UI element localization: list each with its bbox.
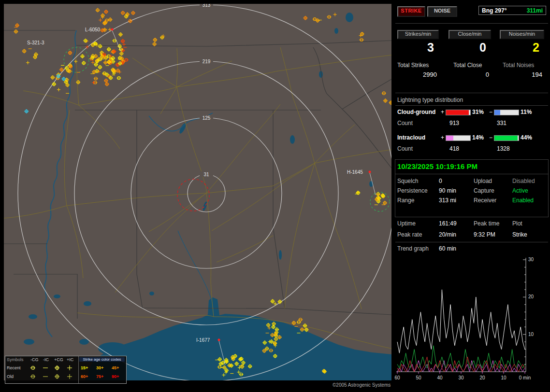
range-value: 313 mi — [439, 197, 456, 204]
cg-plus-recent-icon — [54, 364, 60, 371]
ic-plus-old-icon — [66, 373, 73, 380]
cg-plus-old-icon — [54, 373, 60, 380]
cg-negative-count: 331 — [497, 120, 507, 126]
control-panel: STRIKE NOISE Bng 297° 311mi Strikes/min … — [394, 0, 550, 392]
ic-count-row: Count 418 1328 — [394, 145, 550, 153]
cg-positive-bar — [446, 110, 471, 115]
uptime-label: Uptime — [397, 220, 416, 227]
roads — [4, 46, 391, 349]
trend-graph-label: Trend graph — [397, 245, 429, 252]
total-close-label: Total Close — [453, 62, 482, 69]
age-15: 15+ — [81, 365, 88, 370]
receiver-value: Enabled — [512, 197, 534, 204]
svg-text:20: 20 — [528, 294, 534, 299]
strikes-per-min-value: 3 — [397, 41, 434, 54]
legend-age-title: Strike age color codes — [79, 357, 125, 362]
cloud-ground-row: Cloud-ground + 31% − 11% — [394, 109, 550, 116]
age-45: 45+ — [112, 365, 119, 370]
legend-recent-row: Recent 15+ 30+ 45+ — [5, 364, 126, 373]
age-75: 75+ — [96, 374, 103, 379]
svg-text:20: 20 — [479, 375, 485, 380]
age-60: 60+ — [81, 374, 88, 379]
map-canvas[interactable]: 31321912531 L-6050S-321-3H-1645I-1677 — [4, 4, 391, 380]
peak-rate-value: 20/min — [439, 231, 456, 238]
svg-text:30: 30 — [528, 257, 534, 262]
svg-text:10: 10 — [501, 375, 507, 380]
svg-text:125: 125 — [203, 115, 211, 121]
ic-minus-recent-icon — [42, 364, 49, 371]
cg-positive-count: 913 — [449, 120, 459, 126]
noise-button[interactable]: NOISE — [427, 6, 457, 17]
settings-row-1: Squelch 0 Upload Disabled — [394, 178, 550, 185]
svg-text:30: 30 — [458, 375, 464, 380]
noises-per-min-value: 2 — [500, 41, 539, 54]
intracloud-row: Intracloud + 14% − 44% — [394, 134, 550, 142]
trend-graph: 1020306050403020100 min — [394, 256, 550, 382]
range-label: Range — [397, 197, 414, 204]
plot-label: Plot — [512, 220, 522, 227]
svg-text:50: 50 — [416, 375, 421, 380]
svg-text:S-321-3: S-321-3 — [27, 40, 44, 45]
map-legend: Symbols -CG -IC +CG +IC Strike age color… — [5, 356, 127, 384]
datetime-display: 10/23/2025 10:19:16 PM — [397, 162, 478, 170]
age-30: 30+ — [96, 365, 103, 370]
age-90: 90+ — [112, 374, 119, 379]
svg-text:40: 40 — [437, 375, 443, 380]
ic-plus-recent-icon — [66, 364, 73, 371]
divider — [395, 105, 548, 106]
state-borders — [4, 30, 391, 319]
lightning-map[interactable]: 31321912531 L-6050S-321-3H-1645I-1677 Sy… — [4, 4, 391, 380]
close-per-min-box[interactable]: Close/min — [449, 30, 491, 39]
bearing-label: Bng 297° — [482, 7, 507, 14]
stats-row-1: Uptime 161:49 Peak time Plot — [394, 220, 550, 228]
legend-col-neg-ic: -IC — [43, 357, 49, 362]
minus-sign: − — [489, 134, 492, 141]
peak-rate-label: Peak rate — [397, 231, 422, 238]
legend-col-neg-cg: -CG — [30, 357, 39, 362]
ic-positive-bar — [446, 135, 471, 141]
legend-col-pos-cg: +CG — [54, 357, 63, 362]
trend-window-value: 60 min — [439, 245, 456, 252]
plus-sign: + — [441, 109, 444, 115]
receiver-label: Receiver — [474, 197, 496, 204]
legend-header-row: Symbols -CG -IC +CG +IC Strike age color… — [5, 356, 126, 364]
peak-time-label: Peak time — [474, 220, 499, 227]
count-label: Count — [397, 145, 413, 152]
bearing-distance: 311mi — [527, 7, 543, 14]
total-noises-value: 194 — [500, 71, 542, 78]
noises-per-min-box[interactable]: Noises/min — [500, 30, 544, 39]
squelch-label: Squelch — [397, 178, 418, 184]
settings-row-2: Persistence 90 min Capture Active — [394, 187, 550, 195]
legend-recent-label: Recent — [7, 365, 21, 370]
ic-minus-old-icon — [42, 373, 49, 380]
legend-old-row: Old 60+ 75+ 90+ — [5, 373, 126, 381]
capture-label: Capture — [474, 187, 494, 194]
strike-button[interactable]: STRIKE — [397, 6, 425, 17]
cg-minus-recent-icon — [29, 364, 36, 371]
legend-symbols-label: Symbols — [7, 357, 24, 362]
trend-row: Trend graph 60 min — [394, 245, 550, 253]
capture-value: Active — [512, 187, 528, 194]
divider — [395, 242, 548, 242]
copyright-text: ©2005 Astrogenic Systems — [333, 382, 391, 388]
persistence-value: 90 min — [439, 187, 456, 194]
divider — [395, 93, 548, 93]
svg-text:219: 219 — [203, 59, 211, 64]
nexstorm-window: 31321912531 L-6050S-321-3H-1645I-1677 Sy… — [0, 0, 550, 392]
cg-negative-bar — [494, 110, 519, 115]
upload-value: Disabled — [512, 178, 535, 184]
ic-negative-bar — [494, 135, 519, 141]
minus-sign: − — [489, 109, 492, 115]
intracloud-label: Intracloud — [397, 134, 425, 141]
uptime-value: 161:49 — [439, 220, 457, 227]
upload-label: Upload — [474, 178, 492, 184]
persistence-label: Persistence — [397, 187, 428, 194]
stats-row-2: Peak rate 20/min 9:32 PM Strike — [394, 231, 550, 239]
ic-negative-pct: 44% — [521, 134, 532, 141]
ic-negative-count: 1328 — [497, 145, 510, 152]
cg-minus-old-icon — [29, 373, 36, 380]
distribution-title: Lightning type distribution — [397, 97, 463, 103]
squelch-value: 0 — [439, 178, 442, 184]
svg-text:60: 60 — [394, 375, 400, 380]
strikes-per-min-box[interactable]: Strikes/min — [397, 30, 439, 39]
